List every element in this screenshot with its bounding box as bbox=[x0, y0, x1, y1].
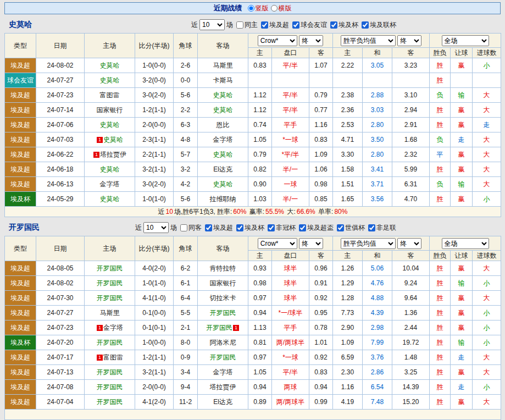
result-goals: 小 bbox=[473, 192, 501, 207]
layout-horizontal-option[interactable]: 横版 bbox=[271, 4, 292, 13]
league-filter-label: 世俱杯 bbox=[345, 223, 365, 233]
sub-col-header: 主 bbox=[333, 251, 363, 261]
europe-home-odds: 2.53 bbox=[333, 118, 363, 132]
score: 0-1(0-1) bbox=[135, 320, 174, 335]
team-name: 金字塔 bbox=[213, 136, 233, 143]
europe-stage-select[interactable]: 终 bbox=[397, 35, 421, 46]
league-filter[interactable]: 球会友谊 bbox=[291, 20, 327, 30]
result-goals: 大 bbox=[473, 350, 501, 365]
result-wdl: 胜 bbox=[430, 320, 451, 335]
europe-away-odds: 2.94 bbox=[392, 103, 430, 118]
col-corner: 角球 bbox=[174, 34, 198, 58]
league-filter[interactable]: 埃及超盃 bbox=[297, 223, 334, 233]
same-venue-checkbox[interactable] bbox=[180, 224, 187, 231]
match-date: 24-08-02 bbox=[36, 276, 85, 291]
corner-score: 6-4 bbox=[174, 291, 198, 306]
sub-col-header: 客 bbox=[309, 251, 333, 261]
league-filter[interactable]: 埃及杯 bbox=[235, 223, 264, 233]
corner-score: 4-2 bbox=[174, 177, 198, 192]
col-corner: 角球 bbox=[174, 236, 198, 261]
match-date: 24-05-29 bbox=[36, 192, 85, 207]
home-team-cell: 史莫哈 bbox=[85, 192, 135, 207]
match-row: 球会友谊 24-07-27 史莫哈 3-2(0-0) 0-0 卡斯马 胜 bbox=[5, 73, 501, 88]
bookmaker-select[interactable]: Crow* bbox=[258, 35, 297, 46]
match-row: 埃及超 24-07-23 1金字塔 0-1(0-1) 2-1 开罗国民1 1.1… bbox=[5, 320, 501, 335]
match-date: 24-07-30 bbox=[36, 291, 85, 306]
league-filter[interactable]: 埃及杯 bbox=[329, 20, 358, 30]
league-filter[interactable]: 非足联 bbox=[367, 223, 396, 233]
team-name: 开罗国民 bbox=[97, 294, 123, 302]
asian-stage-select[interactable]: 终 bbox=[299, 35, 323, 46]
section-header: 史莫哈 近 10 场 同主 埃及超 球会友谊 埃及杯 埃及联杯 bbox=[4, 18, 501, 31]
near-label: 近 bbox=[135, 223, 142, 233]
layout-horizontal-radio[interactable] bbox=[271, 5, 278, 12]
league-checkbox[interactable] bbox=[337, 224, 344, 231]
away-team-cell: 马斯里 bbox=[198, 58, 248, 73]
europe-home-odds: 6.59 bbox=[333, 350, 363, 365]
league-checkbox[interactable] bbox=[261, 21, 268, 29]
asian-away-odds: 0.99 bbox=[309, 395, 333, 410]
col-home: 主场 bbox=[85, 236, 135, 261]
match-date: 24-07-23 bbox=[36, 320, 85, 335]
europe-odds-select[interactable]: 胜平负均值 bbox=[341, 238, 396, 249]
europe-odds-header: 胜平负均值 终 bbox=[333, 34, 430, 48]
fulltime-select[interactable]: 全场 bbox=[442, 238, 489, 249]
league-filter[interactable]: 埃及超 bbox=[203, 223, 233, 233]
league-checkbox[interactable] bbox=[236, 224, 243, 231]
fulltime-header: 全场 bbox=[430, 236, 501, 251]
fulltime-select[interactable]: 全场 bbox=[442, 35, 489, 46]
europe-draw-odds: 3.41 bbox=[363, 162, 392, 177]
asian-away-odds: 1.01 bbox=[309, 335, 333, 350]
summary-segment: 大: bbox=[285, 208, 296, 215]
recent-count-select[interactable]: 10 bbox=[143, 222, 169, 233]
europe-odds-select[interactable]: 胜平负均值 bbox=[341, 35, 396, 46]
match-date: 24-08-05 bbox=[36, 261, 85, 276]
result-handicap: 输 bbox=[451, 177, 473, 192]
asian-handicap: *一/球半 bbox=[272, 306, 309, 320]
league-filter[interactable]: 世俱杯 bbox=[335, 223, 365, 233]
summary-row bbox=[5, 410, 501, 420]
corner-score: 0-0 bbox=[174, 73, 198, 88]
league-filter[interactable]: 非冠杯 bbox=[266, 223, 296, 233]
score: 2-3(1-1) bbox=[135, 132, 174, 147]
summary-segment: 赢率: bbox=[247, 208, 264, 215]
result-goals: 大 bbox=[473, 261, 501, 276]
league-checkbox[interactable] bbox=[205, 224, 212, 231]
home-team-cell: 富图雷 bbox=[85, 88, 135, 103]
away-team-cell: 阿洛米尼 bbox=[198, 335, 248, 350]
league-checkbox[interactable] bbox=[362, 21, 369, 29]
europe-stage-select[interactable]: 终 bbox=[397, 238, 421, 249]
sub-col-header: 主 bbox=[248, 48, 272, 58]
away-team-cell: 金字塔 bbox=[198, 132, 248, 147]
layout-vertical-option[interactable]: 竖版 bbox=[248, 4, 269, 13]
recent-count-select[interactable]: 10 bbox=[199, 19, 225, 30]
match-row: 埃及超 24-07-08 开罗国民 2-0(0-0) 9-4 塔拉贾伊 0.94… bbox=[5, 380, 501, 395]
layout-vertical-radio[interactable] bbox=[248, 5, 254, 12]
league-checkbox[interactable] bbox=[268, 224, 275, 231]
away-team-cell: 史莫哈 bbox=[198, 177, 248, 192]
team-name: 开罗国民 bbox=[97, 279, 123, 287]
league-checkbox[interactable] bbox=[368, 224, 375, 231]
team-name: 开罗国民 bbox=[97, 368, 123, 376]
same-venue-filter[interactable]: 同客 bbox=[179, 223, 202, 233]
league-checkbox[interactable] bbox=[299, 224, 306, 231]
score: 3-2(1-1) bbox=[135, 162, 174, 177]
league-checkbox[interactable] bbox=[292, 21, 299, 29]
asian-stage-select[interactable]: 终 bbox=[299, 238, 323, 249]
bookmaker-select[interactable]: Crow* bbox=[258, 238, 297, 249]
sub-col-header: 胜负 bbox=[430, 48, 451, 58]
asian-handicap: 球半 bbox=[272, 276, 309, 291]
result-wdl: 胜 bbox=[430, 73, 451, 88]
result-goals: 大 bbox=[473, 88, 501, 103]
league-filter[interactable]: 埃及超 bbox=[259, 20, 289, 30]
asian-away-odds: 0.91 bbox=[309, 276, 333, 291]
same-venue-filter[interactable]: 同主 bbox=[235, 20, 258, 30]
same-venue-checkbox[interactable] bbox=[236, 21, 243, 29]
match-row: 埃及超 24-07-27 马斯里 0-1(0-0) 5-5 开罗国民 0.94 … bbox=[5, 306, 501, 320]
league-filter[interactable]: 埃及联杯 bbox=[360, 20, 396, 30]
europe-home-odds: 1.28 bbox=[333, 291, 363, 306]
match-date: 24-07-17 bbox=[36, 350, 85, 365]
europe-home-odds: 7.73 bbox=[333, 306, 363, 320]
europe-draw-odds: 4.88 bbox=[363, 291, 392, 306]
league-checkbox[interactable] bbox=[330, 21, 337, 29]
